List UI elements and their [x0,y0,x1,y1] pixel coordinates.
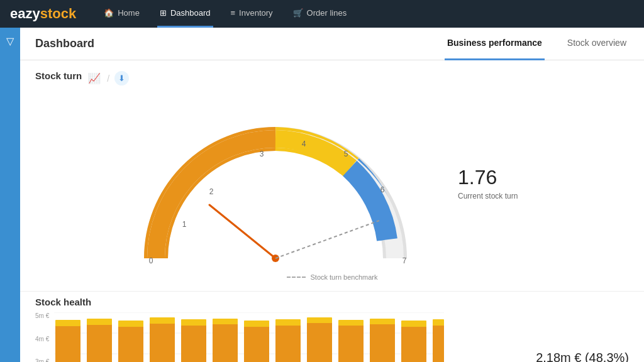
svg-rect-26 [213,319,238,324]
benchmark-legend: Stock turn benchmark [35,273,629,281]
bar-chart-area: 5m € 4m € 3m € [35,312,511,362]
logo-eazy: eazy [10,6,40,21]
benchmark-line-icon [287,277,306,278]
svg-text:0: 0 [149,256,153,265]
svg-rect-28 [244,321,269,327]
inventory-icon: ≡ [231,8,236,18]
svg-text:6: 6 [380,185,385,194]
svg-rect-17 [87,324,112,362]
stock-turn-toolbar: Stock turn 📈 / ⬇ [35,70,629,86]
gauge-value: 1.76 [458,166,546,189]
svg-rect-19 [118,326,143,362]
stock-health-section: Stock health 5m € 4m € 3m € [20,291,644,362]
toolbar-divider: / [107,74,109,84]
health-value: 2.18m € (48.3%) [536,351,629,362]
svg-line-10 [275,221,379,258]
svg-rect-37 [401,326,426,362]
home-icon: 🏠 [104,8,114,18]
svg-rect-39 [433,325,444,362]
svg-rect-24 [181,319,206,326]
tab-stock-overview[interactable]: Stock overview [565,28,629,60]
filter-icon[interactable]: ▽ [6,35,14,47]
svg-text:7: 7 [402,256,407,265]
top-navigation: eazystock 🏠 Home ⊞ Dashboard ≡ Inventory… [0,0,644,28]
svg-line-8 [209,205,275,258]
nav-orderlines[interactable]: 🛒 Order lines [291,0,350,28]
svg-rect-25 [213,324,238,362]
stock-turn-section: Stock turn 📈 / ⬇ [20,60,644,291]
logo-stock: stock [40,6,76,21]
svg-rect-30 [275,319,301,326]
svg-rect-29 [275,325,301,362]
nav-dashboard[interactable]: ⊞ Dashboard [157,0,213,28]
gauge-area: 0 1 2 3 4 5 6 7 [35,89,629,271]
gauge-stats: 1.76 Current stock turn [458,166,546,200]
svg-rect-33 [338,325,364,362]
line-chart-btn[interactable]: 📈 [87,71,102,85]
gauge-container: 0 1 2 3 4 5 6 7 [118,95,433,271]
tab-business-performance[interactable]: Business performance [445,28,545,60]
svg-text:1: 1 [182,220,187,229]
main-content: Dashboard Business performance Stock ove… [20,28,644,362]
svg-rect-35 [370,324,395,362]
svg-rect-23 [181,325,206,362]
gauge-label: Current stock turn [458,192,546,200]
health-stats: 2.18m € (48.3%) Current healthy stock [536,351,629,362]
svg-rect-34 [338,320,364,326]
page-title: Dashboard [35,37,445,50]
svg-rect-16 [55,320,80,326]
svg-rect-20 [118,321,143,327]
logo: eazystock [10,6,76,22]
svg-rect-38 [401,321,426,327]
stock-health-title: Stock health [35,297,629,307]
dashboard-icon: ⊞ [160,8,167,18]
svg-rect-21 [150,322,175,362]
svg-rect-36 [370,319,395,324]
svg-rect-27 [244,326,269,362]
svg-rect-22 [150,317,175,324]
bar-chart-labels: 5m € 4m € 3m € [35,312,49,362]
svg-rect-32 [307,317,332,323]
bar-chart-svg [54,312,444,362]
nav-inventory[interactable]: ≡ Inventory [228,0,275,28]
svg-text:4: 4 [302,140,306,148]
gauge-chart-btn[interactable]: ⬇ [114,71,129,85]
svg-rect-18 [87,319,112,325]
svg-rect-31 [307,322,332,362]
stock-health-content: 5m € 4m € 3m € [35,312,629,362]
stock-turn-title: Stock turn [35,70,82,81]
svg-text:2: 2 [209,187,214,196]
gauge-svg: 0 1 2 3 4 5 6 7 [118,95,433,271]
tab-bar: Business performance Stock overview [445,28,629,60]
svg-rect-15 [55,325,80,362]
svg-text:5: 5 [344,150,348,158]
svg-text:3: 3 [260,150,264,158]
page-header: Dashboard Business performance Stock ove… [20,28,644,60]
cart-icon: 🛒 [293,8,303,18]
svg-rect-40 [433,319,444,326]
sidebar: ▽ [0,28,20,362]
app-body: ▽ Dashboard Business performance Stock o… [0,28,644,362]
nav-home[interactable]: 🏠 Home [101,0,142,28]
